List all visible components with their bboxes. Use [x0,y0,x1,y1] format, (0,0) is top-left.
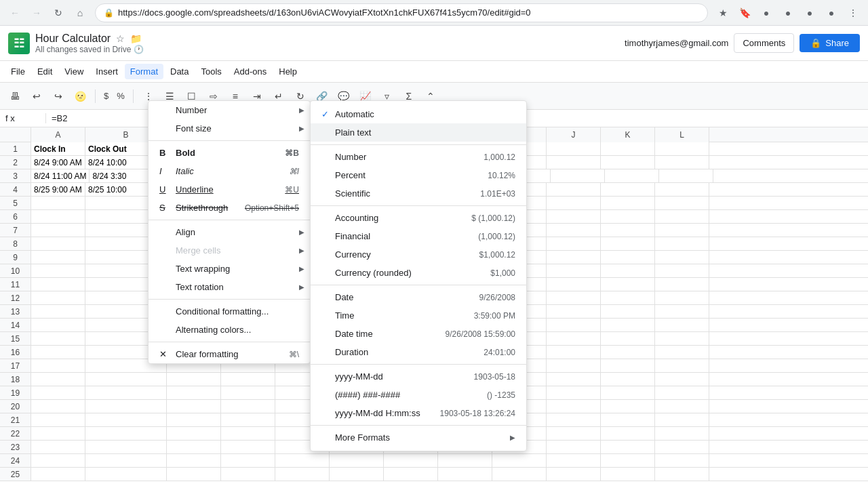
cell-a20[interactable] [31,400,85,413]
cell-k22[interactable] [601,427,655,441]
cell-j15[interactable] [547,332,601,346]
num-item-duration[interactable]: Duration 24:01:00 [311,343,526,361]
ext4-button[interactable]: ● [822,3,841,22]
cell-l3[interactable] [659,169,713,183]
cell-d20[interactable] [221,400,275,413]
num-item-phone[interactable]: (####) ###-#### () -1235 [311,386,526,404]
cell-d24[interactable] [221,454,275,468]
cell-l1[interactable] [655,142,709,156]
share-button[interactable]: 🔒 Share [800,34,860,52]
cell-c25[interactable] [167,468,221,481]
cell-j3[interactable] [551,169,605,183]
num-item-datetime[interactable]: Date time 9/26/2008 15:59:00 [311,325,526,343]
cell-l15[interactable] [655,332,709,346]
cell-l9[interactable] [655,251,709,264]
cell-l16[interactable] [655,346,709,359]
format-menu-textrotation[interactable]: Text rotation [149,278,310,296]
cell-b24[interactable] [85,454,167,468]
format-menu-fontsize[interactable]: Font size [149,119,310,138]
cell-l6[interactable] [655,210,709,224]
num-item-time[interactable]: Time 3:59:00 PM [311,306,526,325]
back-button[interactable]: ← [5,3,24,22]
reload-button[interactable]: ↻ [49,3,68,22]
cell-h24[interactable] [438,454,492,468]
menu-help[interactable]: Help [273,64,302,79]
cell-a15[interactable] [31,332,85,346]
cell-k6[interactable] [601,210,655,224]
format-menu-textwrapping[interactable]: Text wrapping [149,260,310,278]
cell-k4[interactable] [601,183,655,197]
cell-j17[interactable] [547,359,601,373]
num-item-date[interactable]: Date 9/26/2008 [311,288,526,306]
cell-k23[interactable] [601,441,655,454]
cell-b23[interactable] [85,441,167,454]
cell-a7[interactable] [31,224,85,237]
cell-j9[interactable] [547,251,601,264]
cell-a19[interactable] [31,386,85,400]
ext1-button[interactable]: ● [757,3,776,22]
num-item-currency[interactable]: Currency $1,000.12 [311,245,526,264]
cell-l19[interactable] [655,386,709,400]
cell-j8[interactable] [547,237,601,251]
cell-k8[interactable] [601,237,655,251]
cell-c23[interactable] [167,441,221,454]
cell-a2[interactable]: 8/24 9:00 AM [31,156,85,169]
format-menu-conditional[interactable]: Conditional formatting... [149,302,310,321]
cell-a4[interactable]: 8/25 9:00 AM [31,183,85,197]
format-menu-number[interactable]: Number [149,101,310,119]
cell-c22[interactable] [167,427,221,441]
cell-j24[interactable] [547,454,601,468]
cell-d21[interactable] [221,413,275,427]
format-menu-underline[interactable]: U Underline ⌘U [149,180,310,199]
cell-b22[interactable] [85,427,167,441]
cell-l17[interactable] [655,359,709,373]
cell-l12[interactable] [655,291,709,305]
cell-b18[interactable] [85,373,167,386]
cell-a9[interactable] [31,251,85,264]
num-item-yyyymmdd[interactable]: yyyy-MM-dd 1903-05-18 [311,367,526,386]
cell-k5[interactable] [601,197,655,210]
cell-a13[interactable] [31,305,85,319]
cell-e24[interactable] [275,454,330,468]
cell-k16[interactable] [601,346,655,359]
cell-k10[interactable] [601,264,655,278]
currency-button[interactable]: $ [101,91,111,101]
num-item-percent[interactable]: Percent 10.12% [311,166,526,184]
cell-a16[interactable] [31,346,85,359]
undo-button[interactable]: ↩ [27,87,46,106]
cell-g24[interactable] [384,454,438,468]
cell-k2[interactable] [601,156,655,169]
num-item-accounting[interactable]: Accounting $ (1,000.12) [311,209,526,227]
cell-l5[interactable] [655,197,709,210]
ext2-button[interactable]: ● [778,3,797,22]
cell-k7[interactable] [601,224,655,237]
cell-d23[interactable] [221,441,275,454]
cell-j5[interactable] [547,197,601,210]
home-button[interactable]: ⌂ [71,3,90,22]
cell-j20[interactable] [547,400,601,413]
cell-k13[interactable] [601,305,655,319]
folder-icon[interactable]: 📁 [130,33,142,44]
cell-l18[interactable] [655,373,709,386]
cell-l21[interactable] [655,413,709,427]
menu-format[interactable]: Format [125,64,163,79]
cell-b25[interactable] [85,468,167,481]
num-item-currencyrounded[interactable]: Currency (rounded) $1,000 [311,264,526,282]
cell-g25[interactable] [384,468,438,481]
cell-b20[interactable] [85,400,167,413]
cell-a17[interactable] [31,359,85,373]
cell-k9[interactable] [601,251,655,264]
print-button[interactable]: 🖶 [5,87,24,106]
cell-d25[interactable] [221,468,275,481]
num-item-automatic[interactable]: ✓ Automatic [311,105,526,123]
col-header-j[interactable]: J [547,127,601,142]
cell-a21[interactable] [31,413,85,427]
format-menu-bold[interactable]: B Bold ⌘B [149,144,310,162]
menu-edit[interactable]: Edit [32,64,58,79]
cell-i24[interactable] [492,454,547,468]
cell-a11[interactable] [31,278,85,291]
cell-h25[interactable] [438,468,492,481]
cell-l25[interactable] [655,468,709,481]
cell-a18[interactable] [31,373,85,386]
menu-button[interactable]: ⋮ [844,3,863,22]
